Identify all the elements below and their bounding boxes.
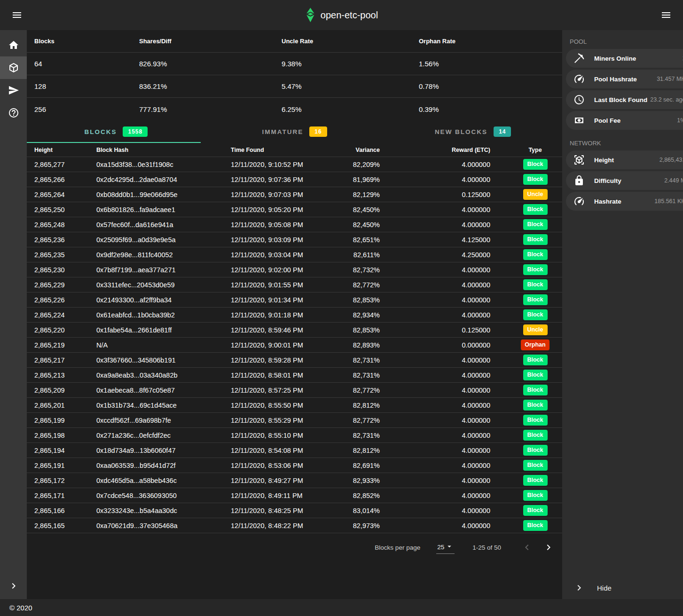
block-type: Block — [490, 174, 555, 185]
stat-value: 31.457 MH — [657, 76, 683, 82]
blocks-table-body: 2,865,2770xa15d3f38...0e31f1908c12/11/20… — [27, 157, 562, 533]
block-height: 2,865,224 — [34, 311, 96, 319]
block-time: 12/11/2020, 9:01:18 PM — [231, 311, 325, 319]
block-hash: 0x7b8f7199...aea377a271 — [96, 266, 231, 274]
stats-header-uncle-rate: Uncle Rate — [282, 38, 419, 45]
block-height: 2,865,194 — [34, 447, 96, 454]
type-badge-uncle: Uncle — [523, 189, 548, 200]
block-height: 2,865,250 — [34, 206, 96, 213]
block-variance: 82,812% — [325, 402, 380, 409]
block-height: 2,865,235 — [34, 251, 96, 259]
stats-cell: 128 — [34, 82, 139, 90]
type-badge-block: Block — [523, 445, 548, 456]
type-badge-block: Block — [523, 249, 548, 260]
tab-label: IMMATURE — [262, 128, 303, 135]
sidebar-item-payments[interactable] — [0, 79, 27, 102]
tab-new-blocks[interactable]: NEW BLOCKS14 — [384, 120, 562, 143]
previous-page-button[interactable] — [520, 540, 534, 554]
block-variance: 82,934% — [325, 311, 380, 319]
block-height: 2,865,198 — [34, 432, 96, 439]
stat-value: 23.2 sec. ago — [650, 96, 683, 103]
block-variance: 82,731% — [325, 371, 380, 379]
block-reward: 4.000000 — [380, 266, 490, 274]
pickaxe-icon — [573, 53, 585, 64]
block-hash: 0x61eabfcd...1b0cba39b2 — [96, 311, 231, 319]
block-type: Block — [490, 279, 555, 290]
block-type: Block — [490, 520, 555, 531]
block-type: Block — [490, 460, 555, 471]
tab-count-badge: 16 — [309, 126, 327, 137]
block-variance: 82,450% — [325, 221, 380, 229]
stat-item-height: Height2,865,431 — [566, 150, 683, 169]
right-menu-icon[interactable] — [658, 7, 675, 24]
block-reward: 4.000000 — [380, 507, 490, 514]
copyright-text: © 2020 — [9, 604, 32, 612]
block-time: 12/11/2020, 9:07:03 PM — [231, 191, 325, 198]
block-reward: 4.000000 — [380, 176, 490, 183]
brand: open-etc-pool — [305, 0, 378, 30]
app-root: open-etc-pool Blocks Shares/Diff Uncle R… — [0, 0, 683, 616]
stat-value: 2.449 M — [664, 177, 683, 184]
type-badge-block: Block — [523, 475, 548, 486]
sidebar-item-help[interactable] — [0, 102, 27, 124]
per-page-label: Blocks per page — [375, 544, 420, 551]
block-row: 2,865,1650xa70621d9...37e305468a12/11/20… — [27, 518, 562, 533]
block-row: 2,865,1940x18d734a9...13b6060f4712/11/20… — [27, 443, 562, 458]
stats-cell: 0.39% — [419, 105, 555, 113]
type-badge-block: Block — [523, 385, 548, 395]
sidebar-item-blocks[interactable] — [0, 56, 27, 79]
block-hash: 0x1fabe54a...2661de81ff — [96, 326, 231, 334]
sidebar-item-home[interactable] — [0, 34, 27, 56]
stat-label: Pool Fee — [594, 117, 674, 124]
blocks-table-header: Height Block Hash Time Found Variance Re… — [27, 143, 562, 157]
type-badge-uncle: Uncle — [523, 324, 548, 335]
block-row: 2,865,1980x271a236c...0efcfdf2ec12/11/20… — [27, 428, 562, 443]
block-hash: 0xa15d3f38...0e31f1908c — [96, 161, 231, 168]
per-page-select[interactable]: 25 — [436, 541, 455, 554]
menu-icon[interactable] — [8, 7, 25, 24]
stat-item-pool-fee: Pool Fee1% — [566, 111, 683, 130]
type-badge-block: Block — [523, 370, 548, 380]
block-reward: 4.000000 — [380, 206, 490, 213]
block-reward: 0.000000 — [380, 341, 490, 349]
hide-sidebar-button[interactable]: Hide — [562, 577, 683, 599]
block-row: 2,865,1710x7cdce548...363609305012/11/20… — [27, 488, 562, 503]
block-variance: 82,772% — [325, 281, 380, 289]
block-type: Block — [490, 159, 555, 170]
block-reward: 4.000000 — [380, 387, 490, 394]
block-variance: 82,852% — [325, 492, 380, 499]
block-hash: 0x6b801826...fa9adcaee1 — [96, 206, 231, 213]
stats-cell: 826.93% — [139, 60, 282, 68]
block-hash: 0x57fec60f...da616e941a — [96, 221, 231, 229]
tab-blocks[interactable]: BLOCKS1558 — [27, 120, 205, 143]
block-row: 2,865,2170x3f367660...345806b19112/11/20… — [27, 353, 562, 368]
tab-immature[interactable]: IMMATURE16 — [205, 120, 384, 143]
block-hash: 0x1b31b734...69c1d45ace — [96, 402, 231, 409]
block-type: Block — [490, 445, 555, 456]
stats-table-header: Blocks Shares/Diff Uncle Rate Orphan Rat… — [27, 30, 562, 53]
stat-label: Difficulty — [594, 177, 661, 184]
block-variance: 82,209% — [325, 161, 380, 168]
block-type: Block — [490, 505, 555, 516]
type-badge-block: Block — [523, 430, 548, 441]
block-row: 2,865,2640xb08dd0b1...99e066d95e12/11/20… — [27, 187, 562, 202]
block-row: 2,865,2090x1aebeca8...8f67c05e8712/11/20… — [27, 383, 562, 398]
cube-scan-icon — [573, 154, 585, 166]
block-hash: 0xaa063539...b95d41d72f — [96, 462, 231, 469]
block-hash: 0x1aebeca8...8f67c05e87 — [96, 387, 231, 394]
footer: © 2020 — [0, 599, 683, 616]
stats-header-blocks: Blocks — [34, 38, 139, 45]
block-variance: 82,853% — [325, 326, 380, 334]
network-section-title: NETWORK — [562, 135, 683, 150]
nav-expand-button[interactable] — [0, 573, 27, 599]
tab-label: NEW BLOCKS — [435, 128, 487, 135]
block-row: 2,865,2260x21493300...af2ff9ba3412/11/20… — [27, 292, 562, 308]
block-hash: 0x3233243e...b5a4aa30dc — [96, 507, 231, 514]
block-hash: 0x7cdce548...3636093050 — [96, 492, 231, 499]
next-page-button[interactable] — [542, 540, 556, 554]
block-height: 2,865,166 — [34, 507, 96, 514]
block-reward: 4.000000 — [380, 281, 490, 289]
body: Blocks Shares/Diff Uncle Rate Orphan Rat… — [0, 30, 683, 599]
block-reward: 4.000000 — [380, 477, 490, 484]
block-height: 2,865,220 — [34, 326, 96, 334]
